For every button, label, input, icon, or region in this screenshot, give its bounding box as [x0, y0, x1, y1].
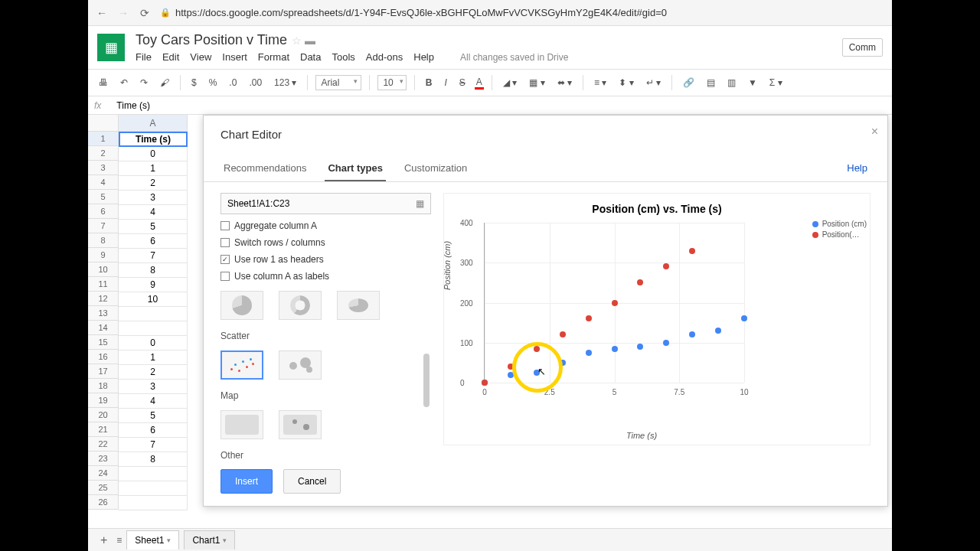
- link-icon[interactable]: 🔗: [680, 76, 697, 90]
- row-header[interactable]: 23: [88, 452, 119, 466]
- cell[interactable]: [119, 307, 188, 321]
- doc-title[interactable]: Toy Cars Position v Time: [136, 32, 287, 48]
- row-header[interactable]: 6: [88, 204, 119, 219]
- row-header[interactable]: 9: [88, 248, 119, 262]
- print-icon[interactable]: 🖶: [96, 76, 111, 90]
- sheets-logo[interactable]: ▦: [97, 34, 125, 61]
- grid-icon[interactable]: ▦: [416, 198, 424, 209]
- cell[interactable]: 8: [119, 263, 188, 278]
- cell[interactable]: [119, 481, 188, 496]
- percent-button[interactable]: %: [206, 76, 220, 90]
- comment-button[interactable]: Comm: [842, 38, 883, 57]
- row-header[interactable]: 26: [88, 495, 119, 510]
- row-header[interactable]: 15: [88, 335, 119, 350]
- row-header[interactable]: 12: [88, 292, 119, 306]
- tab-recommendations[interactable]: Recommendations: [220, 156, 309, 181]
- chart-type-geo-markers[interactable]: [279, 410, 322, 439]
- merge-button[interactable]: ⬌ ▾: [554, 76, 575, 90]
- row-header[interactable]: 21: [88, 422, 119, 437]
- tab-customization[interactable]: Customization: [401, 156, 470, 181]
- row-header[interactable]: 11: [88, 277, 119, 292]
- cell[interactable]: 1: [119, 161, 188, 176]
- cell[interactable]: [119, 321, 188, 336]
- number-format-button[interactable]: 123 ▾: [271, 76, 299, 90]
- row-header[interactable]: 22: [88, 437, 119, 452]
- redo-icon[interactable]: ↷: [137, 76, 151, 90]
- font-size-selector[interactable]: 10: [377, 75, 406, 90]
- checkbox-colA-labels[interactable]: [220, 272, 230, 281]
- row-header[interactable]: 14: [88, 321, 119, 335]
- cell[interactable]: 6: [119, 234, 188, 249]
- filter-icon[interactable]: ▼: [745, 76, 760, 90]
- menu-insert[interactable]: Insert: [222, 51, 247, 63]
- chart-icon[interactable]: ▥: [724, 76, 739, 90]
- checkbox-switch[interactable]: [220, 238, 230, 247]
- tab-chart-types[interactable]: Chart types: [325, 156, 386, 181]
- cell[interactable]: 4: [119, 394, 188, 409]
- undo-icon[interactable]: ↶: [117, 76, 131, 90]
- dec-more-button[interactable]: .00: [246, 76, 265, 90]
- dec-less-button[interactable]: .0: [226, 76, 240, 90]
- cell[interactable]: 1: [119, 350, 188, 365]
- folder-icon[interactable]: ▬: [305, 34, 315, 47]
- all-sheets-button[interactable]: ≡: [116, 535, 122, 546]
- text-color-button[interactable]: A: [475, 77, 484, 90]
- menu-addons[interactable]: Add-ons: [366, 51, 403, 63]
- italic-button[interactable]: I: [441, 76, 449, 90]
- chart-type-donut[interactable]: [279, 291, 322, 320]
- row-header[interactable]: 17: [88, 364, 119, 379]
- row-header[interactable]: 10: [88, 262, 119, 277]
- cell[interactable]: 3: [119, 191, 188, 205]
- back-button[interactable]: ←: [96, 7, 108, 19]
- functions-button[interactable]: Σ ▾: [766, 76, 786, 90]
- valign-button[interactable]: ⬍ ▾: [616, 76, 636, 90]
- menu-edit[interactable]: Edit: [162, 51, 179, 63]
- cell[interactable]: 3: [119, 380, 188, 394]
- scrollbar[interactable]: [423, 354, 430, 407]
- row-header[interactable]: 20: [88, 408, 119, 422]
- fill-color-button[interactable]: ◢ ▾: [500, 76, 520, 90]
- row-header[interactable]: 1: [88, 132, 119, 146]
- bold-button[interactable]: B: [423, 76, 436, 90]
- row-header[interactable]: 8: [88, 233, 119, 248]
- chart-type-pie3d[interactable]: [337, 291, 380, 320]
- cell[interactable]: 7: [119, 438, 188, 452]
- cell[interactable]: 0: [119, 147, 188, 161]
- chart-type-scatter[interactable]: [220, 350, 263, 380]
- corner-cell[interactable]: [88, 115, 119, 132]
- formula-bar[interactable]: fx Time (s): [88, 96, 892, 115]
- font-selector[interactable]: Arial: [315, 75, 361, 90]
- cell[interactable]: 7: [119, 249, 188, 263]
- cell[interactable]: 2: [119, 176, 188, 191]
- cell[interactable]: 2: [119, 365, 188, 380]
- row-header[interactable]: 13: [88, 306, 119, 321]
- menu-format[interactable]: Format: [258, 51, 289, 63]
- strike-button[interactable]: S: [456, 76, 469, 90]
- chart-type-geo[interactable]: [220, 410, 263, 439]
- row-header[interactable]: 25: [88, 481, 119, 495]
- row-header[interactable]: 5: [88, 190, 119, 204]
- cell[interactable]: 5: [119, 409, 188, 423]
- close-icon[interactable]: ×: [871, 125, 878, 139]
- cell[interactable]: Time (s): [119, 132, 188, 147]
- cell[interactable]: 4: [119, 205, 188, 220]
- wrap-button[interactable]: ↵ ▾: [643, 76, 664, 90]
- cell[interactable]: 8: [119, 452, 188, 467]
- chart-type-pie[interactable]: [220, 291, 263, 320]
- help-link[interactable]: Help: [844, 156, 871, 181]
- col-header-a[interactable]: A: [119, 115, 188, 132]
- halign-button[interactable]: ≡ ▾: [591, 76, 609, 90]
- cell[interactable]: 10: [119, 292, 188, 307]
- paint-format-icon[interactable]: 🖌: [157, 76, 172, 90]
- cell[interactable]: [119, 496, 188, 510]
- menu-tools[interactable]: Tools: [332, 51, 354, 63]
- menu-file[interactable]: File: [136, 51, 152, 63]
- url-bar[interactable]: 🔒 https://docs.google.com/spreadsheets/d…: [160, 7, 884, 18]
- insert-button[interactable]: Insert: [220, 469, 273, 494]
- row-header[interactable]: 19: [88, 393, 119, 408]
- currency-button[interactable]: $: [188, 76, 200, 90]
- sheet-tab-sheet1[interactable]: Sheet1 ▾: [126, 530, 179, 549]
- data-range-input[interactable]: Sheet1!A1:C23 ▦: [220, 193, 431, 214]
- row-header[interactable]: 18: [88, 379, 119, 393]
- cell[interactable]: 6: [119, 423, 188, 438]
